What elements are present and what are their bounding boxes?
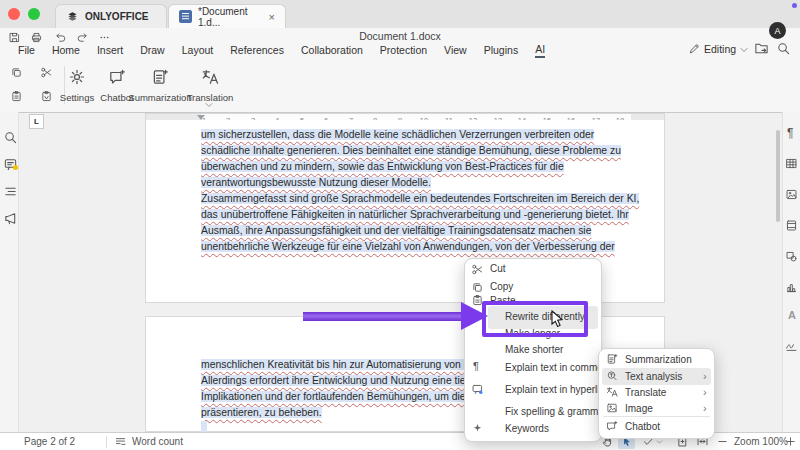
document-line[interactable]: um sicherzustellen, dass die Modelle kei… — [201, 127, 633, 143]
submenu-arrow-icon: › — [703, 385, 707, 401]
tab-label: *Document 1.d... — [198, 6, 261, 28]
menu-tab-collaboration[interactable]: Collaboration — [301, 44, 363, 56]
menu-tab-protection[interactable]: Protection — [380, 44, 427, 56]
menu-tab-references[interactable]: References — [230, 44, 284, 56]
menu-tab-view[interactable]: View — [444, 44, 467, 56]
menu-tab-insert[interactable]: Insert — [97, 44, 123, 56]
zoom-in-icon[interactable] — [784, 435, 797, 448]
tab-close-icon[interactable]: × — [269, 11, 275, 23]
sparkle-icon — [471, 422, 484, 435]
document-line[interactable]: das unübertroffene Fähigkeiten in natürl… — [201, 207, 633, 223]
chart-settings-icon[interactable] — [785, 281, 798, 294]
app-window: ONLYOFFICE *Document 1.d... × Document 1… — [0, 0, 800, 450]
zoom-out-icon[interactable] — [716, 435, 729, 448]
context-menu-item-explain-text-in-comment[interactable]: Explain text in comment — [505, 359, 611, 377]
annotation-highlight-box — [482, 301, 588, 337]
titlebar: ONLYOFFICE *Document 1.d... × — [0, 0, 800, 29]
submenu-arrow-icon: › — [703, 369, 707, 385]
document-line[interactable]: schädliche Inhalte generieren. Dies bein… — [201, 143, 633, 159]
context-menu-item-keywords[interactable]: Keywords — [505, 420, 549, 438]
copy-icon — [471, 281, 484, 294]
submenu-item-chatbot[interactable]: Chatbot — [625, 418, 660, 436]
chevron-down-icon[interactable] — [738, 44, 750, 56]
context-menu-item-fix-spelling-grammar[interactable]: Fix spelling & grammar — [505, 403, 607, 421]
page-indicator[interactable]: Page 2 of 2 — [24, 436, 75, 447]
zoom-level[interactable]: Zoom 100% — [734, 436, 788, 447]
chatbot-icon[interactable] — [108, 68, 126, 86]
menu-tab-layout[interactable]: Layout — [182, 44, 214, 56]
document-title: Document 1.docx — [0, 30, 800, 42]
submenu-arrow-icon: › — [703, 401, 707, 417]
context-menu-item-make-shorter[interactable]: Make shorter — [505, 341, 563, 359]
gear-icon[interactable] — [68, 68, 86, 86]
settings-button[interactable]: Settings — [60, 92, 94, 103]
notification-dot — [792, 3, 797, 8]
search-icon[interactable] — [776, 41, 791, 56]
summarization-icon[interactable] — [151, 68, 169, 86]
table-settings-icon[interactable] — [785, 157, 798, 170]
document-line[interactable]: Ausmaß, ihre Anpassungsfähigkeit und der… — [201, 223, 633, 239]
onlyoffice-logo-icon — [66, 10, 79, 23]
mouse-cursor — [551, 310, 566, 327]
menubar: File Home Insert Draw Layout References … — [0, 42, 800, 58]
navigation-panel-icon[interactable] — [3, 184, 18, 199]
doc-sparkle-icon — [606, 353, 618, 365]
comments-badge — [13, 165, 18, 170]
text-analysis-icon — [606, 370, 618, 382]
context-menu-item-cut[interactable]: Cut — [490, 260, 506, 278]
translation-icon[interactable] — [201, 68, 219, 86]
tab-stop-selector[interactable]: L — [29, 114, 44, 129]
window-close-button[interactable] — [8, 8, 20, 20]
annotation-arrow-shaft — [303, 312, 469, 321]
signature-settings-icon[interactable] — [785, 340, 798, 353]
document-file-icon — [179, 10, 192, 23]
window-zoom-button[interactable] — [28, 8, 40, 20]
tab-document[interactable]: *Document 1.d... × — [168, 4, 286, 28]
avatar[interactable]: A — [769, 22, 786, 39]
document-line[interactable]: unentbehrliche Werkzeuge für eine Vielza… — [201, 239, 633, 255]
chevron-down-icon[interactable] — [655, 438, 664, 446]
word-count-label[interactable]: Word count — [132, 436, 183, 447]
submenu-item-summarization[interactable]: Summarization — [625, 351, 692, 369]
menu-tab-draw[interactable]: Draw — [140, 44, 165, 56]
image-settings-icon[interactable] — [785, 188, 798, 201]
paste-icon[interactable] — [10, 90, 23, 103]
cut-icon[interactable] — [40, 66, 53, 79]
translate-icon — [606, 386, 618, 398]
paste-special-icon[interactable] — [40, 90, 53, 103]
chevron-down-icon[interactable] — [203, 101, 215, 109]
open-file-location-icon[interactable] — [754, 41, 769, 56]
ai-submenu: Summarization Text analysis Translate Im… — [598, 348, 715, 439]
search-panel-icon[interactable] — [3, 130, 18, 145]
menu-tab-ai[interactable]: AI — [535, 43, 545, 58]
document-line[interactable]: überwachen und zu mindern, sowie das Ent… — [201, 159, 633, 175]
vertical-scrollbar[interactable] — [776, 130, 780, 222]
feedback-icon[interactable] — [3, 211, 18, 226]
statusbar-divider — [106, 436, 107, 448]
scissors-icon — [471, 263, 484, 276]
chat-sparkle-icon — [606, 420, 618, 432]
menu-tab-home[interactable]: Home — [52, 44, 80, 56]
header-footer-settings-icon[interactable] — [785, 219, 798, 232]
shape-settings-icon[interactable] — [785, 250, 798, 263]
text-art-settings-icon[interactable]: A — [788, 309, 796, 321]
menu-tab-file[interactable]: File — [18, 44, 35, 56]
editing-pencil-icon — [688, 42, 701, 55]
document-line[interactable]: verantwortungsbewusste Nutzung dieser Mo… — [201, 175, 633, 191]
context-menu-item-explain-text-in-hyperlink[interactable]: Explain text in hyperlink — [505, 381, 610, 399]
comment-badge-icon — [471, 383, 484, 396]
paragraph-icon: ¶ — [473, 360, 479, 372]
tab-label: ONLYOFFICE — [85, 11, 149, 22]
document-line[interactable]: Zusammengefasst sind große Sprachmodelle… — [201, 191, 633, 207]
summarization-button[interactable]: Summarization — [128, 92, 191, 103]
submenu-divider — [603, 416, 710, 417]
paragraph-settings-icon[interactable]: ¶ — [787, 126, 793, 140]
menu-tab-plugins[interactable]: Plugins — [484, 44, 518, 56]
image-icon — [606, 402, 618, 414]
editing-mode-label[interactable]: Editing — [704, 43, 736, 55]
context-menu: ¶ Cut Copy Paste Rewrite differently Mak… — [464, 258, 602, 442]
tab-onlyoffice[interactable]: ONLYOFFICE — [55, 4, 167, 28]
copy-icon[interactable] — [10, 66, 23, 79]
word-count-icon[interactable] — [114, 435, 127, 448]
